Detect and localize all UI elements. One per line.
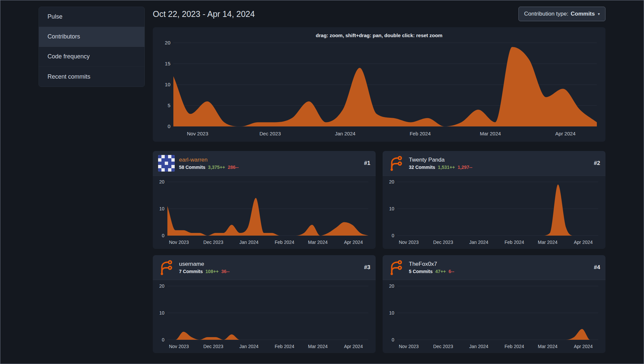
contributor-stats: 58 Commits 3,375++ 286-- (179, 165, 238, 170)
svg-text:Mar 2024: Mar 2024 (538, 344, 557, 349)
svg-text:Nov 2023: Nov 2023 (187, 131, 208, 136)
svg-text:Dec 2023: Dec 2023 (203, 344, 223, 349)
svg-text:10: 10 (389, 310, 394, 316)
contributor-name[interactable]: earl-warren (179, 157, 238, 163)
svg-text:Mar 2024: Mar 2024 (480, 131, 501, 136)
svg-text:Mar 2024: Mar 2024 (538, 240, 557, 245)
forgejo-logo-image (158, 259, 175, 276)
svg-text:Nov 2023: Nov 2023 (169, 344, 189, 349)
contributor-chart[interactable]: 01020Nov 2023Dec 2023Jan 2024Feb 2024Mar… (154, 281, 372, 351)
contributor-rank: #4 (594, 264, 600, 271)
contributor-info: username 7 Commits 108++ 36-- (179, 261, 230, 274)
svg-text:20: 20 (159, 179, 164, 184)
svg-text:10: 10 (159, 206, 164, 211)
contributor-card: Twenty Panda 32 Commits 1,531++ 1,297-- … (383, 151, 605, 249)
commit-count: 7 Commits (179, 269, 203, 274)
activity-sidebar: Pulse Contributors Code frequency Recent… (39, 7, 145, 87)
contributor-card-header: TheFox0x7 5 Commits 47++ 6-- #4 (383, 255, 605, 280)
svg-text:Nov 2023: Nov 2023 (399, 240, 419, 245)
contributor-stats: 32 Commits 1,531++ 1,297-- (409, 165, 472, 170)
svg-text:Mar 2024: Mar 2024 (308, 240, 327, 245)
svg-text:Apr 2024: Apr 2024 (555, 131, 576, 136)
sidebar-item-label: Contributors (47, 33, 80, 40)
contributor-card-header: username 7 Commits 108++ 36-- #3 (153, 255, 376, 280)
deletions-count: 6-- (449, 269, 454, 274)
forgejo-logo-icon (158, 259, 175, 276)
contributor-card: earl-warren 58 Commits 3,375++ 286-- #1 … (153, 151, 376, 249)
chart-zoom-hint: drag: zoom, shift+drag: pan, double clic… (158, 33, 600, 38)
svg-text:5: 5 (168, 103, 170, 108)
sidebar-item-recent-commits[interactable]: Recent commits (39, 67, 144, 87)
contributor-grid: earl-warren 58 Commits 3,375++ 286-- #1 … (153, 151, 605, 353)
svg-text:Apr 2024: Apr 2024 (344, 240, 363, 245)
sidebar-item-contributors[interactable]: Contributors (39, 27, 144, 47)
svg-text:Mar 2024: Mar 2024 (308, 344, 327, 349)
sidebar-item-code-frequency[interactable]: Code frequency (39, 47, 144, 67)
svg-text:10: 10 (389, 206, 394, 211)
identicon-avatar[interactable] (158, 155, 175, 172)
svg-text:Jan 2024: Jan 2024 (469, 344, 489, 349)
contributor-rank: #3 (364, 264, 370, 271)
contributor-info: earl-warren 58 Commits 3,375++ 286-- (179, 157, 238, 170)
contributor-rank: #2 (594, 160, 600, 167)
commit-count: 32 Commits (409, 165, 435, 170)
deletions-count: 286-- (228, 165, 239, 170)
contributor-info: TheFox0x7 5 Commits 47++ 6-- (409, 261, 454, 274)
forgejo-logo-icon (388, 155, 405, 172)
contributor-card: TheFox0x7 5 Commits 47++ 6-- #4 01020Nov… (383, 255, 605, 353)
contributor-stats: 5 Commits 47++ 6-- (409, 269, 454, 274)
total-contributions-chart[interactable]: 05101520Nov 2023Dec 2023Jan 2024Feb 2024… (158, 39, 600, 138)
contributors-page: Pulse Contributors Code frequency Recent… (0, 0, 644, 364)
svg-text:15: 15 (165, 61, 170, 66)
svg-text:Feb 2024: Feb 2024 (275, 240, 294, 245)
date-range-title: Oct 22, 2023 - Apr 14, 2024 (153, 9, 255, 19)
forgejo-logo-icon (388, 259, 405, 276)
svg-text:0: 0 (162, 233, 164, 238)
contributor-info: Twenty Panda 32 Commits 1,531++ 1,297-- (409, 157, 472, 170)
sidebar-item-pulse[interactable]: Pulse (39, 7, 144, 27)
svg-text:Nov 2023: Nov 2023 (169, 240, 189, 245)
contributor-name: Twenty Panda (409, 157, 472, 163)
svg-text:Dec 2023: Dec 2023 (433, 240, 453, 245)
forgejo-logo-image (388, 155, 405, 172)
total-contributions-card: drag: zoom, shift+drag: pan, double clic… (153, 27, 605, 142)
commit-count: 5 Commits (409, 269, 433, 274)
contributor-card-header: earl-warren 58 Commits 3,375++ 286-- #1 (153, 151, 376, 176)
contribution-type-button[interactable]: Contribution type: Commits ▾ (518, 7, 605, 21)
deletions-count: 36-- (221, 269, 230, 274)
svg-text:0: 0 (168, 123, 170, 129)
svg-text:0: 0 (392, 233, 394, 238)
forgejo-logo-image (388, 259, 405, 276)
svg-text:Feb 2024: Feb 2024 (410, 131, 430, 136)
svg-text:20: 20 (389, 283, 394, 289)
additions-count: 1,531++ (438, 165, 455, 170)
svg-text:Apr 2024: Apr 2024 (574, 344, 593, 349)
sidebar-item-label: Recent commits (47, 73, 90, 80)
svg-text:10: 10 (165, 82, 170, 87)
additions-count: 3,375++ (208, 165, 225, 170)
contributor-chart[interactable]: 01020Nov 2023Dec 2023Jan 2024Feb 2024Mar… (384, 281, 601, 351)
contributor-card: username 7 Commits 108++ 36-- #3 01020No… (153, 255, 376, 353)
svg-text:Dec 2023: Dec 2023 (433, 344, 453, 349)
svg-text:0: 0 (162, 337, 164, 342)
chevron-down-icon: ▾ (598, 12, 600, 16)
identicon-image (158, 155, 175, 172)
deletions-count: 1,297-- (458, 165, 472, 170)
svg-text:Jan 2024: Jan 2024 (239, 344, 259, 349)
contributor-name: TheFox0x7 (409, 261, 454, 267)
svg-text:10: 10 (159, 310, 164, 316)
svg-text:Dec 2023: Dec 2023 (259, 131, 281, 136)
header-row: Oct 22, 2023 - Apr 14, 2024 Contribution… (153, 7, 605, 21)
contributor-chart[interactable]: 01020Nov 2023Dec 2023Jan 2024Feb 2024Mar… (154, 177, 372, 247)
sidebar-item-label: Code frequency (47, 53, 90, 60)
contributor-name: username (179, 261, 230, 267)
contributor-chart[interactable]: 01020Nov 2023Dec 2023Jan 2024Feb 2024Mar… (384, 177, 601, 247)
svg-text:20: 20 (389, 179, 394, 184)
svg-text:Feb 2024: Feb 2024 (505, 240, 524, 245)
svg-text:Feb 2024: Feb 2024 (505, 344, 524, 349)
contribution-type-value: Commits (571, 11, 595, 17)
svg-text:Nov 2023: Nov 2023 (399, 344, 419, 349)
contributor-stats: 7 Commits 108++ 36-- (179, 269, 230, 274)
svg-text:Jan 2024: Jan 2024 (469, 240, 489, 245)
sidebar-item-label: Pulse (47, 13, 62, 20)
